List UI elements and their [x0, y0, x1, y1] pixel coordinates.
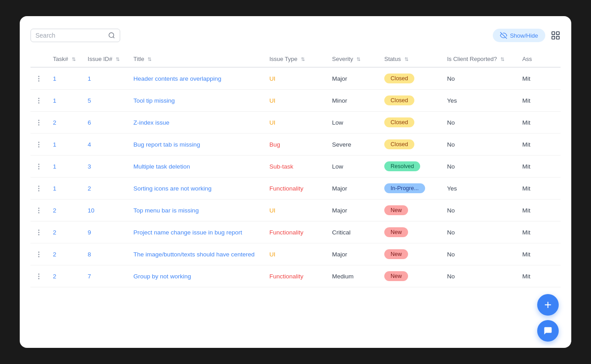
row-task[interactable]: 2: [49, 221, 84, 243]
row-title[interactable]: Bug report tab is missing: [130, 134, 266, 156]
row-menu[interactable]: [30, 178, 49, 199]
title-link[interactable]: Multiple task deletion: [134, 163, 190, 170]
task-link[interactable]: 1: [53, 163, 56, 170]
row-title[interactable]: Sorting icons are not working: [130, 178, 266, 199]
context-menu-dots[interactable]: [34, 271, 43, 282]
row-task[interactable]: 2: [49, 265, 84, 287]
row-menu[interactable]: [30, 67, 49, 90]
row-issue-id[interactable]: 3: [84, 156, 130, 178]
row-title[interactable]: The image/button/texts should have cente…: [130, 243, 266, 265]
title-link[interactable]: Project name change issue in bug report: [134, 229, 242, 236]
col-header-issue[interactable]: Issue ID# ⇅: [84, 51, 130, 67]
row-menu[interactable]: [30, 265, 49, 287]
task-link[interactable]: 2: [53, 273, 56, 280]
issue-id-link[interactable]: 5: [88, 97, 91, 104]
row-issue-id[interactable]: 7: [84, 265, 130, 287]
col-header-severity[interactable]: Severity ⇅: [329, 51, 381, 67]
col-header-title[interactable]: Title ⇅: [130, 51, 266, 67]
issue-id-link[interactable]: 1: [88, 75, 91, 82]
title-link[interactable]: Top menu bar is missing: [134, 207, 199, 214]
context-menu-dots[interactable]: [34, 117, 43, 128]
row-title[interactable]: Z-index issue: [130, 112, 266, 134]
context-menu-dots[interactable]: [34, 227, 43, 238]
row-menu[interactable]: [30, 221, 49, 243]
table-row: 2 9 Project name change issue in bug rep…: [30, 221, 561, 243]
row-menu[interactable]: [30, 134, 49, 156]
task-link[interactable]: 2: [53, 251, 56, 258]
add-button[interactable]: +: [537, 294, 559, 316]
title-link[interactable]: Group by not working: [134, 273, 191, 280]
context-menu-dots[interactable]: [34, 139, 43, 150]
issue-id-link[interactable]: 8: [88, 251, 91, 258]
task-link[interactable]: 1: [53, 97, 56, 104]
col-header-assigned[interactable]: Ass: [519, 51, 561, 67]
row-title[interactable]: Multiple task deletion: [130, 156, 266, 178]
row-menu[interactable]: [30, 112, 49, 134]
row-task[interactable]: 1: [49, 90, 84, 112]
row-issue-id[interactable]: 1: [84, 67, 130, 90]
title-link[interactable]: Z-index issue: [134, 119, 169, 126]
col-header-task[interactable]: Task# ⇅: [49, 51, 84, 67]
row-task[interactable]: 2: [49, 243, 84, 265]
issue-id-link[interactable]: 6: [88, 119, 91, 126]
title-link[interactable]: Tool tip missing: [134, 97, 175, 104]
row-title[interactable]: Header contents are overlapping: [130, 67, 266, 90]
row-issue-type: Sub-task: [266, 156, 329, 178]
col-header-status[interactable]: Status ⇅: [381, 51, 443, 67]
row-title[interactable]: Project name change issue in bug report: [130, 221, 266, 243]
search-wrapper[interactable]: [30, 29, 120, 42]
row-task[interactable]: 2: [49, 199, 84, 221]
title-link[interactable]: Sorting icons are not working: [134, 185, 212, 192]
context-menu-dots[interactable]: [34, 161, 43, 172]
context-menu-dots[interactable]: [34, 73, 43, 84]
issue-id-link[interactable]: 9: [88, 229, 91, 236]
row-task[interactable]: 1: [49, 178, 84, 199]
task-link[interactable]: 1: [53, 75, 56, 82]
row-issue-id[interactable]: 9: [84, 221, 130, 243]
issue-id-link[interactable]: 10: [88, 207, 95, 214]
col-header-type[interactable]: Issue Type ⇅: [266, 51, 329, 67]
chat-button[interactable]: [537, 320, 559, 342]
row-issue-id[interactable]: 5: [84, 90, 130, 112]
row-title[interactable]: Group by not working: [130, 265, 266, 287]
issue-id-link[interactable]: 2: [88, 185, 91, 192]
row-title[interactable]: Tool tip missing: [130, 90, 266, 112]
row-status: New: [381, 199, 443, 221]
task-link[interactable]: 2: [53, 207, 56, 214]
title-link[interactable]: The image/button/texts should have cente…: [134, 251, 255, 258]
task-link[interactable]: 2: [53, 229, 56, 236]
row-issue-id[interactable]: 8: [84, 243, 130, 265]
context-menu-dots[interactable]: [34, 249, 43, 260]
title-link[interactable]: Bug report tab is missing: [134, 141, 200, 148]
task-link[interactable]: 1: [53, 141, 56, 148]
row-menu[interactable]: [30, 199, 49, 221]
title-link[interactable]: Header contents are overlapping: [134, 75, 222, 82]
context-menu-dots[interactable]: [34, 95, 43, 106]
search-input[interactable]: [35, 32, 108, 39]
row-task[interactable]: 1: [49, 156, 84, 178]
issue-id-link[interactable]: 4: [88, 141, 91, 148]
grid-layout-button[interactable]: [551, 30, 561, 40]
context-menu-dots[interactable]: [34, 183, 43, 194]
row-task[interactable]: 1: [49, 134, 84, 156]
task-link[interactable]: 2: [53, 119, 56, 126]
row-menu[interactable]: [30, 156, 49, 178]
issue-id-link[interactable]: 7: [88, 273, 91, 280]
assigned-label: Mit: [522, 97, 530, 104]
row-issue-id[interactable]: 6: [84, 112, 130, 134]
row-issue-id[interactable]: 10: [84, 199, 130, 221]
row-issue-id[interactable]: 2: [84, 178, 130, 199]
row-menu[interactable]: [30, 90, 49, 112]
row-task[interactable]: 2: [49, 112, 84, 134]
show-hide-button[interactable]: Show/Hide: [493, 29, 545, 42]
search-button[interactable]: [108, 32, 115, 39]
row-task[interactable]: 1: [49, 67, 84, 90]
row-title[interactable]: Top menu bar is missing: [130, 199, 266, 221]
row-menu[interactable]: [30, 243, 49, 265]
context-menu-dots[interactable]: [34, 205, 43, 216]
issue-id-link[interactable]: 3: [88, 163, 91, 170]
task-link[interactable]: 1: [53, 185, 56, 192]
col-header-client[interactable]: Is Client Reported? ⇅: [443, 51, 519, 67]
row-client-reported: No: [443, 67, 519, 90]
row-issue-id[interactable]: 4: [84, 134, 130, 156]
